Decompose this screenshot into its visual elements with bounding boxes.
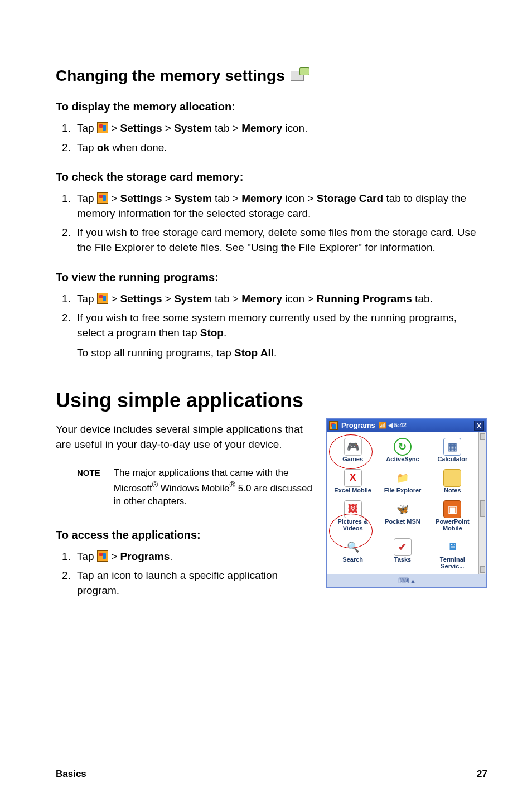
memory-icon — [291, 67, 309, 84]
bold-system: System — [174, 192, 212, 204]
text: tab > — [212, 192, 241, 204]
start-icon — [97, 122, 108, 133]
text: tab > — [212, 293, 241, 305]
text: icon > — [282, 293, 317, 305]
subhead-alloc: To display the memory allocation: — [56, 100, 487, 113]
callout-circle-games — [329, 434, 373, 469]
text: . — [224, 327, 226, 339]
app-label: Tasks — [394, 556, 411, 563]
text: Tap — [77, 142, 97, 153]
page-footer: Basics 27 — [56, 765, 487, 780]
sip-bar[interactable]: ⌨ ▴ — [327, 574, 486, 587]
bold-stopall: Stop All — [234, 347, 274, 359]
text: > — [108, 550, 120, 562]
bold-stop: Stop — [200, 327, 224, 339]
reg-mark: ® — [230, 480, 235, 489]
storage-step-1: Tap > Settings > System tab > Memory ico… — [74, 191, 487, 221]
scroll-thumb[interactable] — [480, 500, 485, 517]
app-label: Search — [342, 556, 363, 563]
app-label: Pocket MSN — [385, 518, 420, 525]
bold-memory: Memory — [241, 293, 282, 305]
footer-section: Basics — [56, 769, 86, 780]
text: > — [162, 293, 175, 305]
note-label: NOTE — [77, 467, 100, 508]
text: > — [108, 192, 120, 204]
running-step-1: Tap > Settings > System tab > Memory ico… — [74, 292, 487, 307]
app-label: Calculator — [437, 456, 467, 462]
subhead-running: To view the running programs: — [56, 271, 487, 284]
storage-steps: Tap > Settings > System tab > Memory ico… — [56, 191, 487, 255]
bold-memory: Memory — [241, 122, 282, 134]
bold-programs: Programs — [120, 550, 170, 562]
access-steps: Tap > Programs. Tap an icon to launch a … — [56, 549, 312, 598]
text: Tap — [77, 122, 97, 134]
alloc-step-1: Tap > Settings > System tab > Memory ico… — [74, 121, 487, 136]
text: icon. — [282, 122, 307, 134]
running-steps: Tap > Settings > System tab > Memory ico… — [56, 292, 487, 341]
start-icon[interactable] — [329, 421, 338, 430]
note-text: The major applications that came with th… — [114, 467, 312, 508]
text: > — [108, 122, 120, 134]
note-box: NOTE The major applications that came wi… — [77, 462, 312, 513]
heading-changing-memory: Changing the memory settings — [56, 67, 487, 85]
text: > — [162, 122, 175, 134]
running-step-3: To stop all running programs, tap Stop A… — [77, 346, 487, 361]
bold-running: Running Programs — [317, 293, 412, 305]
text: Tap — [77, 293, 97, 305]
bold-storage-card: Storage Card — [317, 192, 383, 204]
app-excel[interactable]: XExcel Mobile — [328, 468, 378, 496]
app-label: Terminal Servic... — [428, 556, 477, 569]
bold-settings: Settings — [120, 293, 162, 305]
app-label: PowerPoint Mobile — [428, 518, 477, 532]
start-icon — [97, 550, 108, 562]
storage-step-2: If you wish to free storage card memory,… — [74, 225, 487, 255]
app-label: ActiveSync — [386, 456, 419, 462]
app-label: Notes — [444, 487, 461, 494]
text: If you wish to free some system memory c… — [77, 312, 457, 339]
bold-system: System — [174, 122, 212, 134]
text: > — [108, 293, 120, 305]
access-step-2: Tap an icon to launch a specific applica… — [74, 568, 312, 598]
app-terminal[interactable]: 🖥Terminal Servic... — [428, 537, 477, 572]
text: when done. — [109, 142, 167, 153]
app-activesync[interactable]: ↻ActiveSync — [378, 437, 427, 465]
text: Windows Mobile — [158, 483, 230, 494]
alloc-steps: Tap > Settings > System tab > Memory ico… — [56, 121, 487, 155]
bold-settings: Settings — [120, 192, 162, 204]
app-label: File Explorer — [384, 487, 422, 494]
text: Tap — [77, 550, 97, 562]
text: To stop all running programs, tap — [77, 347, 234, 359]
scrollbar[interactable] — [478, 432, 486, 574]
alloc-step-2: Tap ok when done. — [74, 141, 487, 156]
start-icon — [97, 293, 108, 304]
device-screenshot: Programs 📶 ◀ 5:42 X 🎮Games ↻ActiveSync ▦… — [326, 418, 487, 588]
subhead-storage: To check the storage card memory: — [56, 171, 487, 183]
text: tab. — [412, 293, 433, 305]
app-tasks[interactable]: ✔Tasks — [378, 537, 427, 572]
text: Tap — [77, 192, 97, 204]
app-file-explorer[interactable]: 📁File Explorer — [378, 468, 427, 496]
text: > — [162, 192, 175, 204]
simple-intro: Your device includes several simple appl… — [56, 422, 312, 452]
text: tab > — [212, 122, 241, 134]
heading-simple-apps: Using simple applications — [56, 389, 487, 412]
heading-text: Changing the memory settings — [56, 67, 285, 85]
subhead-access: To access the applications: — [56, 529, 312, 542]
footer-page: 27 — [477, 769, 487, 780]
text: . — [274, 347, 277, 359]
time-text: 5:42 — [394, 422, 407, 428]
device-body: 🎮Games ↻ActiveSync ▦Calculator XExcel Mo… — [327, 432, 486, 574]
text: . — [170, 550, 172, 562]
app-pocket-msn[interactable]: 🦋Pocket MSN — [378, 499, 427, 534]
close-icon[interactable]: X — [474, 421, 484, 431]
app-powerpoint[interactable]: ▣PowerPoint Mobile — [428, 499, 477, 534]
device-title-text: Programs — [341, 421, 375, 429]
start-icon — [97, 192, 108, 204]
access-step-1: Tap > Programs. — [74, 549, 312, 564]
app-notes[interactable]: Notes — [428, 468, 477, 496]
app-calculator[interactable]: ▦Calculator — [428, 437, 477, 465]
callout-circle-pictures — [329, 514, 373, 548]
bold-memory: Memory — [241, 192, 282, 204]
running-step-2: If you wish to free some system memory c… — [74, 311, 487, 340]
device-status: 📶 ◀ 5:42 — [379, 422, 407, 429]
